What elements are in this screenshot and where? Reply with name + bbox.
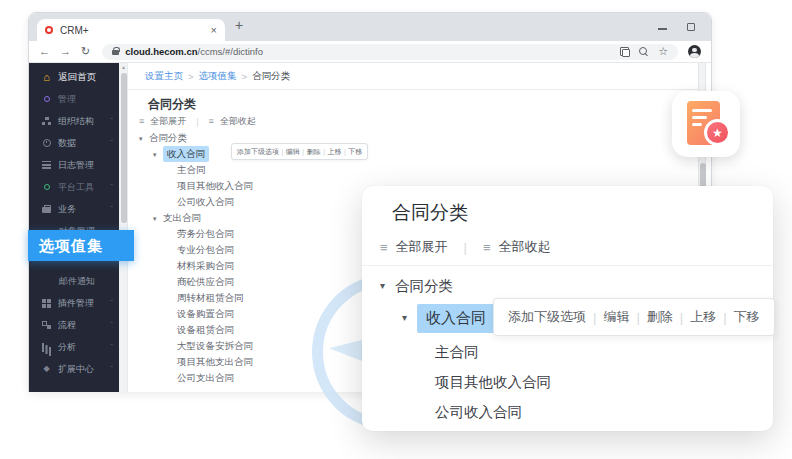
extension-icon: ◆ — [41, 364, 52, 375]
flow-icon — [42, 321, 51, 329]
sidebar-item-org-structure[interactable]: 组织结构 ˇ — [29, 110, 119, 132]
collapse-all-button[interactable]: 全部收起 — [220, 115, 256, 128]
scroll-up-arrow-icon[interactable]: ▴ — [119, 64, 128, 70]
tree-node[interactable]: 公司收入合同 — [435, 400, 522, 424]
zoom-overlay-panel: 合同分类 ≡ 全部展开 | ≡ 全部收起 ▾ 合同分类 ▾ 收入合同 添加下级选… — [362, 186, 773, 431]
chevron-down-icon: ˇ — [110, 321, 113, 329]
expand-all-icon: ≡ — [380, 241, 388, 254]
action-add-child[interactable]: 添加下级选项 — [508, 308, 586, 326]
breadcrumb-current: 合同分类 — [252, 70, 290, 83]
tree-node[interactable]: ▾ 合同分类 — [380, 274, 453, 298]
sidebar-item-workflow[interactable]: 流程 ˇ — [29, 314, 119, 336]
chevron-down-icon: ˇ — [110, 299, 113, 307]
collapse-all-icon: ≡ — [483, 241, 491, 254]
tree-node[interactable]: ▾ 合同分类 — [128, 130, 698, 146]
action-edit[interactable]: 编辑 — [603, 308, 629, 326]
action-add-child[interactable]: 添加下级选项 — [237, 147, 279, 157]
sidebar-item-extension-center[interactable]: ◆ 扩展中心 ˇ — [29, 358, 119, 380]
home-icon: ⌂ — [41, 72, 52, 83]
divider — [362, 265, 773, 266]
sidebar-item-data[interactable]: 数据 ˇ — [29, 132, 119, 154]
chevron-down-icon: ˇ — [110, 139, 113, 147]
sidebar-item-option-value-set[interactable]: 选项值集 — [28, 230, 134, 261]
action-move-up[interactable]: 上移 — [690, 308, 716, 326]
star-circle-icon: ★ — [704, 119, 731, 146]
url-domain: cloud.hecom.cn — [125, 46, 197, 57]
node-action-bar: 添加下级选项 | 编辑 | 删除 | 上移 | 下移 — [493, 298, 775, 336]
bookmark-star-icon[interactable]: ☆ — [658, 46, 668, 57]
sidebar-item-admin[interactable]: 管理 — [29, 88, 119, 110]
tree-node-selected[interactable]: ▾ 收入合同 添加下级选项 | 编辑 | 删除 | 上移 | 下移 — [128, 146, 698, 162]
expand-all-button[interactable]: 全部展开 — [396, 238, 448, 256]
app-sidebar: ⌂ 返回首页 管理 组织结构 ˇ 数据 ˇ 日志管理 — [29, 63, 119, 392]
page-title: 合同分类 — [148, 96, 196, 113]
action-move-down[interactable]: 下移 — [348, 147, 362, 157]
sidebar-item-plugin-management[interactable]: 插件管理 ˇ — [29, 292, 119, 314]
platform-ring-icon — [44, 184, 50, 190]
tree-toolbar: ≡ 全部展开 | ≡ 全部收起 — [139, 115, 256, 128]
org-structure-icon — [42, 117, 51, 125]
sidebar-item-mail-notice[interactable]: 邮件通知 — [29, 270, 119, 292]
action-move-up[interactable]: 上移 — [327, 147, 341, 157]
breadcrumb-link-option-value-set[interactable]: 选项值集 — [199, 70, 237, 83]
breadcrumb-link-settings-home[interactable]: 设置主页 — [145, 70, 183, 83]
minimize-window-icon[interactable] — [658, 28, 667, 30]
action-edit[interactable]: 编辑 — [286, 147, 300, 157]
translate-icon[interactable] — [620, 47, 630, 57]
panel-title: 合同分类 — [392, 200, 468, 226]
tree-node-selected[interactable]: ▾ 收入合同 — [402, 302, 495, 334]
clock-icon — [43, 139, 51, 147]
action-delete[interactable]: 删除 — [307, 147, 321, 157]
zoom-page-icon[interactable] — [639, 47, 649, 57]
browser-tab[interactable]: CRM+ × — [37, 19, 225, 41]
log-list-icon — [42, 161, 51, 169]
address-bar[interactable]: cloud.hecom.cn /ccms/#/dictinfo ☆ — [102, 44, 678, 60]
caret-down-icon[interactable]: ▾ — [380, 281, 385, 291]
node-action-bar: 添加下级选项 | 编辑 | 删除 | 上移 | 下移 — [231, 143, 368, 160]
chevron-down-icon: ˇ — [110, 183, 113, 191]
panel-tree-toolbar: ≡ 全部展开 | ≡ 全部收起 — [380, 238, 551, 256]
breadcrumb-separator: > — [188, 71, 194, 82]
admin-ring-icon — [44, 96, 50, 102]
chevron-down-icon: ˇ — [110, 205, 113, 213]
divider — [128, 89, 698, 90]
sidebar-item-analysis[interactable]: 分析 ˇ — [29, 336, 119, 358]
action-delete[interactable]: 删除 — [647, 308, 673, 326]
inner-scrollbar[interactable]: ▴ — [119, 63, 128, 392]
profile-avatar[interactable] — [688, 45, 701, 58]
sidebar-item-home[interactable]: ⌂ 返回首页 — [29, 66, 119, 88]
briefcase-icon — [42, 207, 51, 213]
chevron-down-icon: ˇ — [110, 117, 113, 125]
toolbar-separator: | — [196, 117, 198, 127]
document-star-badge: ★ — [672, 91, 740, 157]
caret-down-icon[interactable]: ▾ — [153, 215, 163, 222]
site-security-lock-icon[interactable] — [112, 50, 119, 55]
close-tab-icon[interactable]: × — [211, 25, 217, 36]
back-icon[interactable]: ← — [39, 46, 50, 57]
bar-chart-icon — [42, 343, 51, 352]
toolbar-separator: | — [464, 240, 467, 255]
action-move-down[interactable]: 下移 — [734, 308, 760, 326]
collapse-all-button[interactable]: 全部收起 — [499, 238, 551, 256]
scrollbar-thumb[interactable] — [121, 73, 127, 223]
caret-down-icon[interactable]: ▾ — [402, 313, 407, 323]
forward-icon[interactable]: → — [60, 46, 71, 57]
tree-node[interactable]: 主合同 — [128, 162, 698, 178]
restore-window-icon[interactable] — [687, 23, 695, 31]
new-tab-button[interactable]: + — [235, 17, 243, 33]
expand-all-button[interactable]: 全部展开 — [150, 115, 186, 128]
breadcrumb: 设置主页 > 选项值集 > 合同分类 — [145, 63, 290, 89]
sidebar-item-business[interactable]: 业务 ˇ — [29, 198, 119, 220]
reload-icon[interactable]: ↻ — [81, 46, 90, 57]
tree-node[interactable]: 主合同 — [435, 340, 479, 364]
browser-toolbar: ← → ↻ cloud.hecom.cn /ccms/#/dictinfo ☆ — [29, 41, 711, 63]
sidebar-item-platform-tools[interactable]: 平台工具 ˇ — [29, 176, 119, 198]
collapse-all-icon: ≡ — [209, 117, 214, 126]
chevron-down-icon: ˇ — [110, 365, 113, 373]
crm-favicon-icon — [45, 26, 53, 34]
caret-down-icon[interactable]: ▾ — [153, 151, 163, 158]
tree-node[interactable]: 项目其他收入合同 — [435, 370, 551, 394]
sidebar-item-log-management[interactable]: 日志管理 — [29, 154, 119, 176]
caret-down-icon[interactable]: ▾ — [139, 135, 149, 142]
star-icon: ★ — [712, 127, 723, 139]
